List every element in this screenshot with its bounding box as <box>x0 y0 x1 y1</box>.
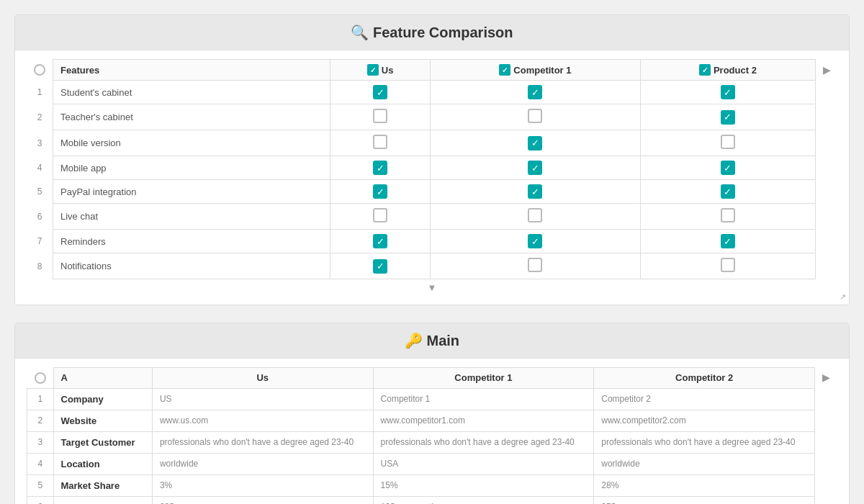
competitor1-cell[interactable] <box>431 253 641 279</box>
product2-cell[interactable] <box>640 253 815 279</box>
product2-cell[interactable] <box>640 130 815 156</box>
main-table-wrapper: A Us Competitor 1 Competitor 2 ▶ 1Compan… <box>15 359 849 504</box>
checked-icon: ✓ <box>373 234 387 248</box>
feature-name: Reminders <box>53 230 330 253</box>
row-arrow <box>815 431 837 453</box>
competitor2-cell: 28% <box>594 474 815 496</box>
main-competitor1-col-header: Competitor 1 <box>373 368 594 389</box>
us-col-header: ✓ Us <box>330 60 431 81</box>
us-cell[interactable] <box>330 130 431 156</box>
competitor1-cell[interactable] <box>431 204 641 230</box>
filter-icon[interactable]: ▼ <box>27 279 837 296</box>
competitor1-cell: 15% <box>373 474 594 496</box>
unchecked-icon <box>528 109 542 123</box>
scroll-right-col[interactable]: ▶ <box>816 60 838 81</box>
feature-row: 7Reminders✓✓✓ <box>27 230 837 253</box>
main-header: 🔑 Main <box>15 323 849 359</box>
competitor1-cell[interactable] <box>431 104 641 130</box>
product2-cell[interactable]: ✓ <box>640 81 815 104</box>
unchecked-icon <box>373 208 387 222</box>
main-row: 5Market Share3%15%28% <box>27 474 837 496</box>
row-arrow <box>816 180 838 204</box>
main-scroll-right-col[interactable]: ▶ <box>815 368 837 389</box>
product2-cell[interactable]: ✓ <box>640 180 815 204</box>
feature-comparison-table-wrapper: Features ✓ Us ✓ Competitor 1 <box>15 50 849 305</box>
competitor1-cell: professionals who don't have a degree ag… <box>373 431 594 453</box>
feature-name: Notifications <box>53 253 330 279</box>
row-number: 4 <box>27 156 53 180</box>
us-cell[interactable] <box>330 104 431 130</box>
checked-icon: ✓ <box>721 85 735 99</box>
competitor1-cell[interactable]: ✓ <box>431 180 641 204</box>
row-arrow <box>816 130 838 156</box>
main-row: 1CompanyUSCompetitor 1Competitor 2 <box>27 388 837 410</box>
row-arrow <box>816 156 838 180</box>
row-number: 5 <box>27 180 53 204</box>
row-number: 4 <box>27 453 54 474</box>
main-competitor2-col-header: Competitor 2 <box>594 368 815 389</box>
main-a-cell: Pricing <box>53 496 152 504</box>
competitor1-cell[interactable]: ✓ <box>431 156 641 180</box>
us-cell[interactable] <box>330 204 431 230</box>
main-row: 4LocationworldwideUSAworldwide <box>27 453 837 474</box>
feature-name: Teacher's cabinet <box>53 104 330 130</box>
feature-row: 8Notifications✓ <box>27 253 837 279</box>
feature-comparison-section: 🔍 Feature Comparison Features ✓ Us <box>14 14 850 305</box>
feature-comparison-table: Features ✓ Us ✓ Competitor 1 <box>27 59 837 279</box>
product2-cell[interactable]: ✓ <box>640 104 815 130</box>
unchecked-icon <box>721 258 735 272</box>
main-a-col-header: A <box>53 368 152 389</box>
competitor1-cell: www.competitor1.com <box>373 410 594 431</box>
us-cell: 3% <box>152 474 373 496</box>
unchecked-icon <box>528 258 542 272</box>
checked-icon: ✓ <box>721 161 735 175</box>
us-cell[interactable]: ✓ <box>330 180 431 204</box>
main-row: 3Target Customerprofessionals who don't … <box>27 431 837 453</box>
row-number: 2 <box>27 410 54 431</box>
row-number: 5 <box>27 474 54 496</box>
us-header-check: ✓ <box>367 64 379 76</box>
unchecked-icon <box>373 109 387 123</box>
checked-icon: ✓ <box>528 161 542 175</box>
main-select-col <box>27 368 54 389</box>
competitor1-cell[interactable]: ✓ <box>431 81 641 104</box>
row-number: 3 <box>27 431 54 453</box>
row-arrow <box>816 104 838 130</box>
product2-cell[interactable]: ✓ <box>640 230 815 253</box>
checked-icon: ✓ <box>373 259 387 274</box>
us-cell[interactable]: ✓ <box>330 253 431 279</box>
us-cell[interactable]: ✓ <box>330 230 431 253</box>
feature-row: 4Mobile app✓✓✓ <box>27 156 837 180</box>
us-cell: worldwide <box>152 453 373 474</box>
main-row: 6Pricing20$ per course12$ per month25$ p… <box>27 496 837 504</box>
product2-cell[interactable]: ✓ <box>640 156 815 180</box>
competitor1-cell[interactable]: ✓ <box>431 130 641 156</box>
competitor2-cell: 25$ per course <box>594 496 815 504</box>
us-cell[interactable]: ✓ <box>330 81 431 104</box>
competitor1-cell: USA <box>373 453 594 474</box>
competitor1-cell[interactable]: ✓ <box>431 230 641 253</box>
main-a-cell: Location <box>53 453 152 474</box>
row-arrow <box>815 410 837 431</box>
unchecked-icon <box>721 208 735 222</box>
row-number: 1 <box>27 388 54 410</box>
competitor2-cell: www.competitor2.com <box>594 410 815 431</box>
feature-row: 3Mobile version✓ <box>27 130 837 156</box>
row-number: 7 <box>27 230 53 253</box>
feature-name: Mobile app <box>53 156 330 180</box>
competitor1-cell: 12$ per month <box>373 496 594 504</box>
us-cell: www.us.com <box>152 410 373 431</box>
feature-row: 1Student's cabinet✓✓✓ <box>27 81 837 104</box>
feature-name: Student's cabinet <box>53 81 330 104</box>
select-all-col <box>27 60 53 81</box>
main-a-cell: Target Customer <box>53 431 152 453</box>
checked-icon: ✓ <box>721 234 735 248</box>
product2-cell[interactable] <box>640 204 815 230</box>
row-arrow <box>815 474 837 496</box>
checked-icon: ✓ <box>373 161 387 175</box>
us-cell[interactable]: ✓ <box>330 156 431 180</box>
product2-header-check: ✓ <box>699 64 711 76</box>
main-row: 2Websitewww.us.comwww.competitor1.comwww… <box>27 410 837 431</box>
row-arrow <box>816 204 838 230</box>
feature-comparison-header: 🔍 Feature Comparison <box>15 15 849 50</box>
